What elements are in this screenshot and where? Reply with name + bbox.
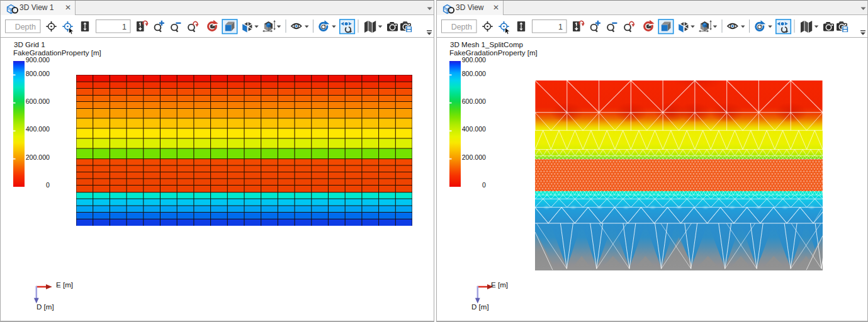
svg-text:Depth: Depth (451, 23, 472, 31)
svg-text:1: 1 (122, 23, 127, 31)
svg-text:Depth: Depth (15, 23, 36, 31)
svg-text:1: 1 (558, 23, 563, 31)
